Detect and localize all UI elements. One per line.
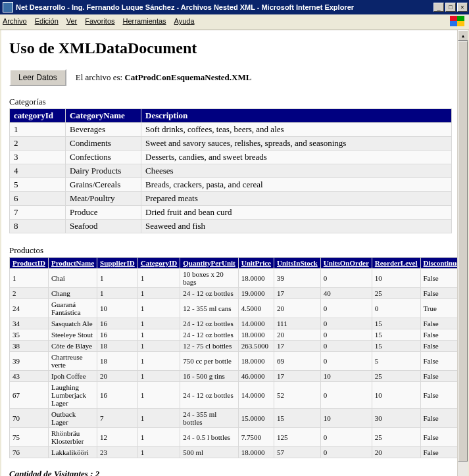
cell: Guaraná Fantástica xyxy=(48,299,97,318)
cell: 24 - 12 oz bottles xyxy=(180,318,238,329)
cell: 24 - 355 ml bottles xyxy=(180,409,238,428)
cell: 4 xyxy=(10,164,66,178)
cell: 16 xyxy=(97,382,138,409)
cell: 18.0000 xyxy=(238,329,274,341)
cell: Steeleye Stout xyxy=(48,329,97,341)
menu-ayuda[interactable]: Ayuda xyxy=(174,17,195,25)
vertical-scrollbar[interactable]: ▲ ▼ xyxy=(457,30,468,476)
cell: 5 xyxy=(372,352,420,371)
cell: 0 xyxy=(320,447,372,458)
page-content: ▲ ▼ Uso de XMLDataDocument Leer Datos El… xyxy=(0,30,469,476)
cell: 7.7500 xyxy=(238,428,274,447)
scroll-thumb[interactable] xyxy=(458,41,468,462)
prod-header[interactable]: UnitsInStock xyxy=(274,258,320,269)
file-info: El archivo es: CatProdConEsquemaNested.X… xyxy=(76,72,252,83)
maximize-button[interactable]: □ xyxy=(445,3,456,12)
cell: Chartreuse verte xyxy=(48,352,97,371)
cell: 30 xyxy=(372,409,420,428)
minimize-button[interactable]: _ xyxy=(433,3,444,12)
cell: Beverages xyxy=(66,123,141,137)
cell: Soft drinks, coffees, teas, beers, and a… xyxy=(141,123,452,137)
menu-ver[interactable]: Ver xyxy=(66,17,78,25)
table-row: 34Sasquatch Ale16124 - 12 oz bottles14.0… xyxy=(10,318,467,329)
cell: Dried fruit and bean curd xyxy=(141,206,452,220)
table-row: 75Rhönbräu Klosterbier12124 - 0.5 l bott… xyxy=(10,428,467,447)
cell: Breads, crackers, pasta, and cereal xyxy=(141,178,452,192)
scroll-up-button[interactable]: ▲ xyxy=(458,30,468,41)
visitors-count: Cantidad de Visitantes : 2 xyxy=(9,469,460,476)
cell: 7 xyxy=(97,409,138,428)
prod-header[interactable]: SupplierID xyxy=(97,258,138,269)
page-heading: Uso de XMLDataDocument xyxy=(9,39,460,57)
cell: 10 xyxy=(97,299,138,318)
cell: 20 xyxy=(372,447,420,458)
cell: 16 - 500 g tins xyxy=(180,371,238,382)
cell: 34 xyxy=(10,318,49,329)
cell: 1 xyxy=(97,288,138,299)
cell: 18.0000 xyxy=(238,352,274,371)
cell: 46.0000 xyxy=(238,371,274,382)
cell: 25 xyxy=(372,428,420,447)
cell: 39 xyxy=(274,269,320,288)
cat-header: CategoryName xyxy=(66,109,141,123)
cell: 0 xyxy=(320,318,372,329)
cell: 1 xyxy=(137,371,180,382)
table-row: 2Chang1124 - 12 oz bottles19.0000174025F… xyxy=(10,288,467,299)
prod-header[interactable]: ReorderLevel xyxy=(372,258,420,269)
cell: 12 xyxy=(97,428,138,447)
scroll-track[interactable] xyxy=(458,41,468,476)
menu-archivo[interactable]: Archivo xyxy=(3,17,27,25)
menu-edicion[interactable]: Edición xyxy=(35,17,59,25)
table-row: 1Chai1110 boxes x 20 bags18.000039010Fal… xyxy=(10,269,467,288)
cell: 12 - 355 ml cans xyxy=(180,299,238,318)
cell: Cheeses xyxy=(141,164,452,178)
cell: 263.5000 xyxy=(238,341,274,352)
cell: 1 xyxy=(137,409,180,428)
cell: 10 xyxy=(372,269,420,288)
cell: 1 xyxy=(137,299,180,318)
cell: 15 xyxy=(274,409,320,428)
file-label: El archivo es: xyxy=(76,72,125,82)
cell: 25 xyxy=(372,371,420,382)
prod-header[interactable]: UnitPrice xyxy=(238,258,274,269)
cell: 10 xyxy=(372,382,420,409)
cell: 24 - 0.5 l bottles xyxy=(180,428,238,447)
cell: 17 xyxy=(274,341,320,352)
menu-herramientas[interactable]: Herramientas xyxy=(123,17,166,25)
cell: 1 xyxy=(137,352,180,371)
cell: 40 xyxy=(320,288,372,299)
cell: 23 xyxy=(97,447,138,458)
cell: 70 xyxy=(10,409,49,428)
cell: 1 xyxy=(137,288,180,299)
cell: 0 xyxy=(320,299,372,318)
menu-favoritos[interactable]: Favoritos xyxy=(85,17,114,25)
table-row: 24Guaraná Fantástica10112 - 355 ml cans4… xyxy=(10,299,467,318)
cell: Rhönbräu Klosterbier xyxy=(48,428,97,447)
prod-header[interactable]: CategoryID xyxy=(137,258,180,269)
table-row: 39Chartreuse verte181750 cc per bottle18… xyxy=(10,352,467,371)
cell: 18.0000 xyxy=(238,269,274,288)
window-title: Net Desarrollo - Ing. Fernando Luque Sán… xyxy=(16,3,432,11)
cell: 15 xyxy=(372,329,420,341)
cell: 0 xyxy=(320,341,372,352)
cell: 52 xyxy=(274,382,320,409)
cell: Chai xyxy=(48,269,97,288)
cell: 10 xyxy=(320,409,372,428)
cell: 25 xyxy=(372,288,420,299)
table-row: 76Lakkalikööri231500 ml18.000057020False xyxy=(10,447,467,458)
close-button[interactable]: × xyxy=(457,3,468,12)
prod-header[interactable]: ProductName xyxy=(48,258,97,269)
cell: 1 xyxy=(137,329,180,341)
cell: 12 - 75 cl bottles xyxy=(180,341,238,352)
cell: Desserts, candies, and sweet breads xyxy=(141,151,452,164)
cell: 1 xyxy=(97,269,138,288)
read-data-button[interactable]: Leer Datos xyxy=(9,69,66,86)
prod-header[interactable]: UnitsOnOrder xyxy=(320,258,372,269)
categories-table: categoryIdCategoryNameDescription 1Bever… xyxy=(9,108,452,233)
cell: 57 xyxy=(274,447,320,458)
prod-header[interactable]: ProductID xyxy=(10,258,49,269)
cell: Confections xyxy=(66,151,141,164)
prod-header[interactable]: QuantityPerUnit xyxy=(180,258,238,269)
cell: 18 xyxy=(97,341,138,352)
table-row: 38Côte de Blaye18112 - 75 cl bottles263.… xyxy=(10,341,467,352)
